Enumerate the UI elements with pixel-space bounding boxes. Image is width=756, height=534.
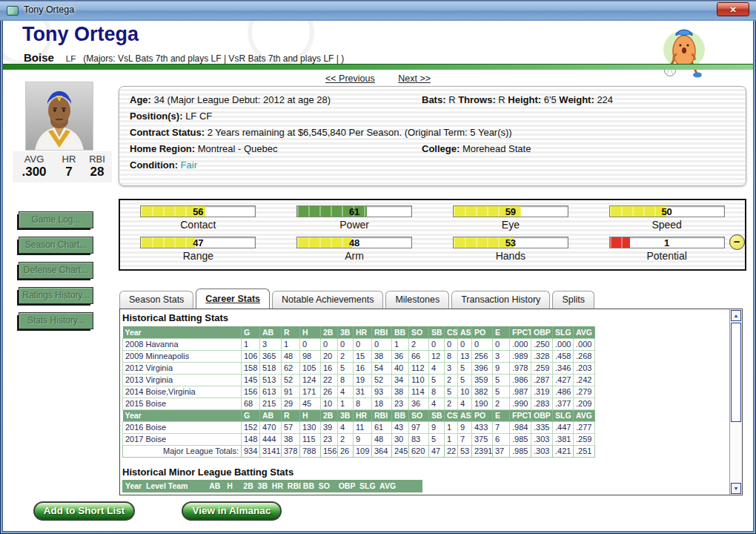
rating-speed: 50Speed [588,205,745,237]
rating-label: Power [339,219,369,231]
stat-cell: .986 [510,374,531,386]
stat-cell: .319 [531,386,553,398]
stat-cell: 12 [429,350,445,362]
scroll-down-icon[interactable]: ▼ [731,483,741,494]
potential-minus-icon: − [729,234,745,250]
title-bar: Tony Ortega ✕ [0,0,756,21]
table-header-row: YearGABRH2B3BHRRBIBBSOSBCSASPOEFPCTOBPSL… [123,409,595,421]
stat-cell: 62 [282,362,300,374]
rating-bar: 56 [140,205,256,217]
home-region-label: Home Region: [130,143,195,154]
bats-value: R [448,94,455,105]
totals-label: Major League Totals: [123,445,242,457]
side-button-defense-chart[interactable]: Defense Chart... [19,262,93,279]
window-content: Tony Ortega BoiseLF(Majors: VsL Bats 7th… [3,21,753,531]
rating-hands: 53Hands [433,237,589,268]
rating-value: 59 [454,206,568,217]
stat-cell: 0 [458,338,472,350]
stat-cell: 2 [445,374,458,386]
stat-cell: 5 [429,433,445,445]
stat-cell: 0 [321,338,338,350]
physical-info: Bats: R Throws: R Height: 6'5 Weight: 22… [422,92,613,108]
stat-cell: 93 [372,386,392,398]
previous-player-link[interactable]: << Previous [325,73,375,84]
age-label: Age: [130,94,151,105]
tab-career-stats[interactable]: Career Stats [196,289,270,309]
tab-milestones[interactable]: Milestones [385,291,449,309]
stat-value: .300 [13,165,56,179]
scrollbar-thumb[interactable] [731,323,741,422]
table-row: 2013 Virginia145513521242281952341105253… [123,374,595,386]
stat-cell: 22 [445,445,458,457]
add-to-shortlist-button[interactable]: Add to Short List [33,501,135,521]
column-header: R [282,409,300,421]
side-button-game-log[interactable]: Game Log... [19,211,93,228]
tab-notable-achievements[interactable]: Notable Achievements [272,291,383,309]
stat-cell: 620 [409,445,429,457]
year-cell: 2008 Havanna [123,338,242,350]
stat-cell: 518 [260,362,282,374]
stat-label: RBI [82,154,112,165]
stat-cell: 152 [242,421,260,433]
tab-season-stats[interactable]: Season Stats [119,291,193,309]
side-button-season-chart[interactable]: Season Chart... [19,237,93,254]
stat-cell: .303 [531,445,553,457]
column-header: CS [445,326,458,338]
stat-cell: 130 [300,421,321,433]
stat-cell: 613 [260,386,282,398]
stat-cell: .000 [574,338,595,350]
table-row: 2016 Boise15247057130394116143979194337.… [123,421,595,433]
stat-cell: .486 [553,386,574,398]
stat-cell: .381 [553,433,574,445]
stat-cell: 54 [372,362,392,374]
vertical-scrollbar[interactable]: ▲ ▼ [729,309,742,495]
column-header: Year [123,409,242,421]
stat-cell: .000 [510,338,531,350]
college-info: College: Morehead State [422,141,531,157]
stat-cell: 57 [282,421,300,433]
stat-cell: 5 [429,374,445,386]
stat-cell: 788 [300,445,321,457]
stat-cell: 38 [392,386,409,398]
rating-label: Arm [345,250,364,262]
position-abbr: LF [66,54,76,63]
stat-cell: .259 [574,433,595,445]
column-header: OBP [531,326,553,338]
scroll-up-icon[interactable]: ▲ [731,310,741,321]
stat-cell: .251 [574,445,595,457]
stat-cell: 148 [242,433,260,445]
stat-cell: 0 [372,338,392,350]
stat-cell: 112 [409,362,429,374]
header-divider [3,64,753,70]
stat-cell: 5 [445,386,458,398]
college-label: College: [422,143,460,154]
height-label: Height: [508,94,541,105]
stat-cell: 114 [409,386,429,398]
column-header: SLG [553,326,574,338]
rating-bar: 59 [453,205,568,217]
ratings-panel: 56Contact61Power59Eye50Speed47Range48Arm… [119,199,746,271]
view-in-almanac-button[interactable]: View in Almanac [182,501,282,521]
stat-cell: 83 [409,433,429,445]
app-window: Tony Ortega ✕ Tony Ortega BoiseLF(Majors… [0,0,756,534]
tab-splits[interactable]: Splits [552,291,594,309]
column-header: SB [429,326,445,338]
next-player-link[interactable]: Next >> [398,73,431,84]
rating-range: 47Range [120,237,276,268]
side-button-ratings-history[interactable]: Ratings History... [19,287,93,304]
home-region-value: Montreal - Quebec [198,143,278,154]
tab-transaction-history[interactable]: Transaction History [451,291,550,309]
stat-cell: 934 [242,445,260,457]
stat-cell: 0 [300,338,321,350]
stat-cell: 10 [458,386,472,398]
year-cell: 2012 Virginia [123,362,242,374]
stat-cell: 190 [472,398,493,409]
stat-cell: .259 [531,362,553,374]
close-button[interactable]: ✕ [717,2,749,16]
side-button-stats-history[interactable]: Stats History... [19,312,93,329]
stat-cell: 16 [321,362,338,374]
info-line-condition: Condition: Fair [119,157,746,174]
stat-cell: .458 [553,350,574,362]
rating-row: 47Range48Arm53Hands1−Potential [120,237,745,268]
stat-cell: 45 [300,398,321,409]
